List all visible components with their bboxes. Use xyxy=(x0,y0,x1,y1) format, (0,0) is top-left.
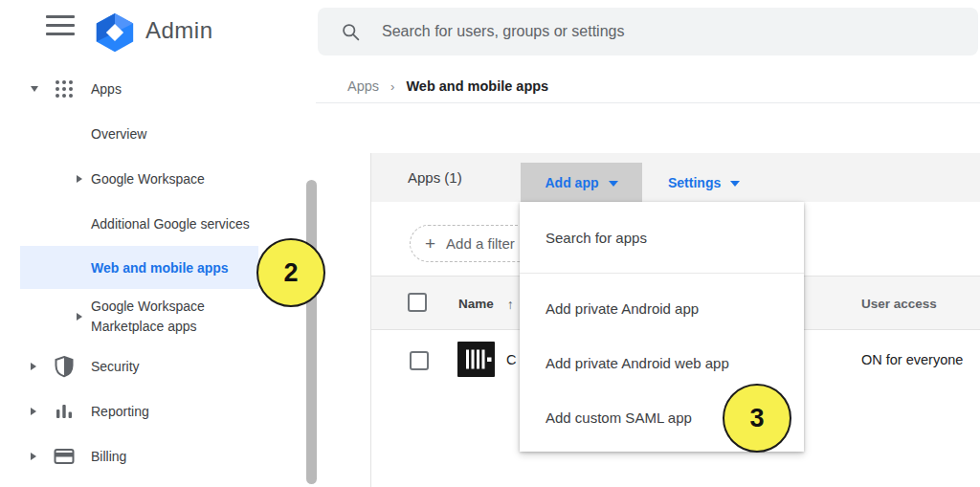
sidebar-item-web-and-mobile-apps[interactable]: Web and mobile apps xyxy=(20,246,258,289)
breadcrumb-separator: › xyxy=(390,79,394,94)
sort-ascending-icon: ↑ xyxy=(507,297,514,312)
breadcrumb-divider xyxy=(316,102,980,103)
sidebar-item-label: Web and mobile apps xyxy=(91,260,229,276)
sidebar-item-label: Google Workspace xyxy=(91,171,205,187)
menu-item-search-for-apps[interactable]: Search for apps xyxy=(520,202,804,273)
breadcrumb: Apps › Web and mobile apps xyxy=(347,76,548,97)
sidebar-item-label: Apps xyxy=(91,81,122,97)
sidebar-item-label: Additional Google services xyxy=(91,216,250,232)
menu-hamburger-icon[interactable] xyxy=(46,13,75,36)
sidebar-scrollbar[interactable] xyxy=(306,180,317,484)
sidebar-item-overview[interactable]: Overview xyxy=(0,115,304,153)
menu-item-add-private-android-web-app[interactable]: Add private Android web app xyxy=(520,336,804,390)
breadcrumb-parent[interactable]: Apps xyxy=(347,78,379,94)
global-search-bar[interactable] xyxy=(318,8,978,55)
chevron-right-icon xyxy=(31,408,36,415)
chevron-right-icon xyxy=(77,175,82,183)
sidebar-item-google-workspace[interactable]: Google Workspace xyxy=(0,160,304,198)
sidebar-item-label: Security xyxy=(91,359,140,374)
app-logo-icon xyxy=(457,342,495,377)
sidebar-item-label: Google Workspace Marketplace apps xyxy=(91,297,234,337)
app-name-cell: C xyxy=(506,331,516,388)
sidebar-item-apps[interactable]: Apps xyxy=(0,70,304,108)
plus-icon: + xyxy=(425,233,435,255)
credit-card-icon xyxy=(53,445,76,468)
google-admin-logo xyxy=(93,11,137,55)
sidebar-item-billing[interactable]: Billing xyxy=(0,437,304,476)
chevron-right-icon xyxy=(31,363,36,370)
google-admin-console: Admin Apps Overview Google Workspace Add… xyxy=(0,0,980,487)
sidebar-item-label: Reporting xyxy=(91,404,149,419)
shield-icon xyxy=(53,355,76,378)
add-app-button[interactable]: Add app xyxy=(521,163,642,202)
menu-item-add-private-android-app[interactable]: Add private Android app xyxy=(520,281,804,336)
apps-grid-icon xyxy=(53,77,76,100)
search-icon xyxy=(341,22,361,42)
apps-count-title: Apps (1) xyxy=(408,153,462,202)
sidebar-item-additional-google-services[interactable]: Additional Google services xyxy=(0,205,304,243)
chevron-down-icon xyxy=(31,86,38,92)
settings-button[interactable]: Settings xyxy=(668,163,740,202)
chevron-down-icon xyxy=(730,181,740,187)
chevron-down-icon xyxy=(609,181,618,187)
user-access-cell: ON for everyone xyxy=(861,331,963,388)
search-input[interactable] xyxy=(382,23,918,40)
breadcrumb-current: Web and mobile apps xyxy=(406,78,548,94)
sidebar-item-marketplace-apps[interactable]: Google Workspace Marketplace apps xyxy=(0,293,304,341)
settings-label: Settings xyxy=(668,175,721,190)
annotation-step-3: 3 xyxy=(723,384,791,453)
column-header-user-access[interactable]: User access xyxy=(861,277,937,331)
column-header-name[interactable]: Name ↑ xyxy=(458,277,514,331)
chevron-right-icon xyxy=(77,313,82,321)
chevron-right-icon xyxy=(31,453,36,460)
sidebar-item-label: Billing xyxy=(91,449,126,464)
apps-toolbar: Apps (1) Add app Settings xyxy=(371,153,980,202)
select-all-checkbox[interactable] xyxy=(408,293,427,312)
sidebar-item-security[interactable]: Security xyxy=(0,347,304,386)
brand-title: Admin xyxy=(145,17,213,44)
sidebar-item-label: Overview xyxy=(91,126,146,142)
row-checkbox[interactable] xyxy=(410,351,429,370)
bar-chart-icon xyxy=(53,400,76,423)
add-filter-label: Add a filter xyxy=(446,235,515,252)
add-app-label: Add app xyxy=(546,175,599,190)
sidebar-item-reporting[interactable]: Reporting xyxy=(0,392,304,431)
annotation-step-2: 2 xyxy=(256,238,325,307)
